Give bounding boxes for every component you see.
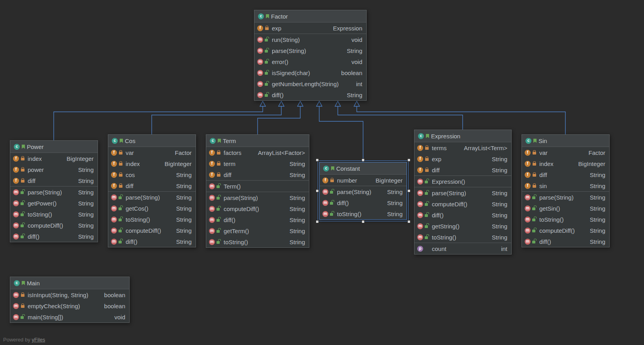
member-row-diff[interactable]: fdiffString	[522, 169, 609, 180]
yfiles-link[interactable]: yFiles	[32, 337, 45, 343]
member-row-getstring[interactable]: mgetString()String	[414, 221, 511, 232]
selection-handle[interactable]	[362, 220, 365, 223]
member-row-expression[interactable]: mExpression()	[414, 176, 511, 187]
class-header[interactable]: cPower	[10, 141, 98, 153]
member-row-getpower[interactable]: mgetPower()String	[10, 198, 98, 209]
member-row-getsin[interactable]: mgetSin()String	[522, 203, 609, 214]
selection-handle[interactable]	[316, 158, 319, 162]
member-row-parse-string[interactable]: mparse(String)String	[108, 192, 196, 203]
class-marker-icon	[533, 139, 537, 143]
member-row-diff[interactable]: mdiff()String	[414, 209, 511, 221]
member-row-diff[interactable]: mdiff()String	[522, 236, 609, 247]
member-row-tostring[interactable]: mtoString()String	[522, 214, 609, 225]
private-lock-icon	[425, 145, 429, 151]
class-node-cos[interactable]: cCosfvarFactorfindexBigIntegerfcosString…	[108, 134, 196, 247]
member-row-getcos[interactable]: mgetCos()String	[108, 203, 196, 214]
member-row-tostring[interactable]: mtoString()String	[10, 209, 98, 220]
member-row-count[interactable]: pcountint	[414, 243, 511, 254]
class-header[interactable]: cFactor	[254, 10, 366, 23]
member-name: main(String[])	[28, 314, 63, 320]
member-name: computeDiff()	[539, 227, 575, 234]
member-row-term[interactable]: mTerm()	[206, 181, 309, 192]
class-node-factor[interactable]: cFactorfexpExpressionmrun(String)voidmpa…	[254, 10, 367, 101]
member-row-diff[interactable]: fdiffString	[414, 164, 511, 175]
class-node-power[interactable]: cPowerfindexBigIntegerfpowerStringfdiffS…	[10, 140, 98, 242]
class-node-constant[interactable]: cConstantfnumberBigIntegermparse(String)…	[319, 162, 407, 220]
member-row-diff[interactable]: mdiff()String	[206, 214, 309, 225]
member-name: diff()	[28, 233, 40, 240]
public-lock-icon	[425, 179, 429, 184]
class-node-term[interactable]: cTermffactorsArrayList<Factor>ftermStrin…	[206, 134, 309, 248]
member-row-parse-string[interactable]: mparse(String)String	[522, 192, 609, 203]
member-row-computediff[interactable]: mcomputeDiff()String	[10, 220, 98, 231]
selection-handle[interactable]	[407, 220, 411, 223]
class-header[interactable]: cConstant	[320, 162, 407, 175]
member-row-main-string[interactable]: mmain(String[])void	[10, 311, 129, 322]
member-row-parse-string[interactable]: mparse(String)String	[414, 187, 511, 198]
member-row-diff[interactable]: fdiffString	[108, 180, 196, 191]
selection-handle[interactable]	[407, 189, 411, 192]
member-row-computediff[interactable]: mcomputeDiff()String	[522, 225, 609, 236]
member-name: cos	[126, 172, 135, 178]
member-row-parse-string[interactable]: mparse(String)String	[10, 187, 98, 198]
member-type: String	[171, 194, 192, 201]
member-row-computediff[interactable]: mcomputeDiff()String	[414, 198, 511, 209]
member-row-error[interactable]: merror()void	[254, 56, 366, 67]
member-row-getnumberlength-string[interactable]: mgetNumberLength(String)int	[254, 78, 366, 89]
selection-handle[interactable]	[407, 158, 411, 162]
member-row-index[interactable]: findexBigInteger	[522, 158, 609, 169]
member-row-diff[interactable]: fdiffString	[206, 169, 309, 180]
member-row-computediff[interactable]: mcomputeDiff()String	[206, 203, 309, 214]
member-type: String	[171, 205, 192, 212]
member-row-diff[interactable]: fdiffString	[10, 175, 98, 186]
member-row-run-string[interactable]: mrun(String)void	[254, 34, 366, 45]
member-name: terms	[432, 145, 447, 151]
member-row-number[interactable]: fnumberBigInteger	[320, 175, 407, 186]
selection-handle[interactable]	[316, 189, 319, 192]
member-row-index[interactable]: findexBigInteger	[10, 153, 98, 164]
selection-handle[interactable]	[316, 220, 319, 223]
class-node-expression[interactable]: cExpressionftermsArrayList<Term>fexpStri…	[414, 130, 512, 255]
class-header[interactable]: cTerm	[206, 135, 309, 147]
member-row-factors[interactable]: ffactorsArrayList<Factor>	[206, 147, 309, 158]
member-row-getterm[interactable]: mgetTerm()String	[206, 225, 309, 236]
member-row-issigned-char[interactable]: misSigned(char)boolean	[254, 67, 366, 78]
member-row-sin[interactable]: fsinString	[522, 180, 609, 191]
member-row-computediff[interactable]: mcomputeDiff()String	[108, 225, 196, 236]
member-row-parse-string[interactable]: mparse(String)String	[206, 192, 309, 203]
member-row-terms[interactable]: ftermsArrayList<Term>	[414, 142, 511, 153]
member-row-term[interactable]: ftermString	[206, 158, 309, 169]
member-row-tostring[interactable]: mtoString()String	[320, 208, 407, 219]
class-header[interactable]: cMain	[10, 277, 129, 289]
class-header[interactable]: cCos	[108, 135, 196, 147]
class-node-main[interactable]: cMainmisInInput(String, String)booleanme…	[10, 277, 130, 323]
private-lock-icon	[21, 292, 25, 298]
class-node-sin[interactable]: cSinfvarFactorfindexBigIntegerfdiffStrin…	[522, 134, 610, 247]
member-row-var[interactable]: fvarFactor	[522, 147, 609, 158]
class-header[interactable]: cSin	[522, 135, 609, 147]
selection-handle[interactable]	[362, 158, 365, 162]
member-row-diff[interactable]: mdiff()String	[10, 231, 98, 242]
member-row-emptycheck-string[interactable]: memptyCheck(String)boolean	[10, 300, 129, 311]
member-type: String	[585, 216, 605, 223]
member-row-index[interactable]: findexBigInteger	[108, 158, 196, 169]
member-row-diff[interactable]: mdiff()String	[254, 89, 366, 100]
member-row-exp[interactable]: fexpString	[414, 153, 511, 164]
member-row-isininput-string-string[interactable]: misInInput(String, String)boolean	[10, 289, 129, 300]
member-row-cos[interactable]: fcosString	[108, 169, 196, 180]
member-row-exp[interactable]: fexpExpression	[254, 23, 366, 34]
member-row-power[interactable]: fpowerString	[10, 164, 98, 175]
member-row-diff[interactable]: mdiff()String	[108, 236, 196, 247]
member-row-diff[interactable]: mdiff()String	[320, 197, 407, 208]
member-row-var[interactable]: fvarFactor	[108, 147, 196, 158]
member-row-tostring[interactable]: mtoString()String	[414, 232, 511, 243]
public-lock-icon	[21, 315, 25, 320]
private-lock-icon	[217, 172, 221, 177]
class-header[interactable]: cExpression	[414, 130, 511, 142]
member-row-tostring[interactable]: mtoString()String	[206, 236, 309, 247]
member-row-parse-string[interactable]: mparse(String)String	[254, 45, 366, 56]
member-row-parse-string[interactable]: mparse(String)String	[320, 186, 407, 197]
member-row-tostring[interactable]: mtoString()String	[108, 214, 196, 225]
diagram-canvas[interactable]: cFactorfexpExpressionmrun(String)voidmpa…	[0, 0, 644, 345]
public-lock-icon	[425, 235, 429, 240]
